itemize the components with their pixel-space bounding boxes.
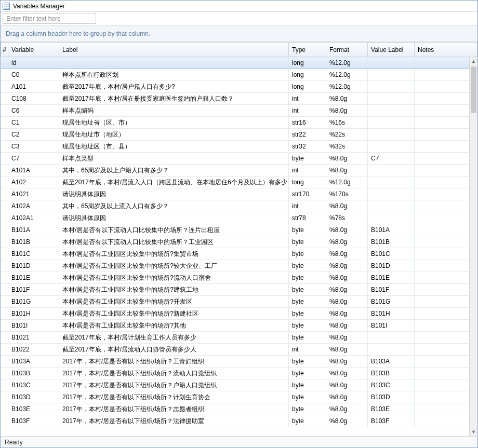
table-row[interactable]: C1现居住地址省（区、市）str16%16s xyxy=(1,117,477,129)
cell-variable[interactable]: B103C xyxy=(8,379,59,391)
cell-notes[interactable] xyxy=(415,248,477,260)
table-row[interactable]: B101I本村/居是否有工业园区比较集中的场所?其他byte%8.0gB101I xyxy=(1,320,477,332)
cell-format[interactable]: %8.0g xyxy=(326,272,368,284)
cell-notes[interactable] xyxy=(415,141,477,153)
cell-type[interactable]: int xyxy=(289,344,326,356)
cell-variable[interactable]: B101B xyxy=(8,236,59,248)
cell-variable[interactable]: A102A xyxy=(8,200,59,212)
table-row[interactable]: B101B本村/居是否有以下流动人口比较集中的场所？工业园区byte%8.0gB… xyxy=(1,236,477,248)
cell-notes[interactable] xyxy=(415,344,477,356)
cell-index[interactable] xyxy=(1,272,8,284)
cell-variable[interactable]: B101D xyxy=(8,260,59,272)
cell-variable[interactable]: C3 xyxy=(8,141,59,153)
cell-label[interactable]: 本村/居是否有工业园区比较集中的场所?集贸市场 xyxy=(59,248,289,260)
cell-variable[interactable]: B103E xyxy=(8,403,59,415)
table-row[interactable]: idlong%12.0g xyxy=(1,57,477,69)
cell-value-label[interactable]: B103A xyxy=(368,356,415,368)
cell-variable[interactable]: A102A1 xyxy=(8,212,59,224)
cell-format[interactable]: %170s xyxy=(326,188,368,200)
cell-variable[interactable]: A101 xyxy=(8,81,59,93)
cell-index[interactable] xyxy=(1,308,8,320)
cell-type[interactable]: int xyxy=(289,200,326,212)
cell-variable[interactable]: B103F xyxy=(8,415,59,427)
cell-variable[interactable]: A101A xyxy=(8,165,59,177)
col-header-type[interactable]: Type xyxy=(289,43,326,57)
cell-index[interactable] xyxy=(1,415,8,427)
cell-index[interactable] xyxy=(1,296,8,308)
cell-type[interactable]: byte xyxy=(289,272,326,284)
col-header-notes[interactable]: Notes xyxy=(415,43,477,57)
cell-value-label[interactable]: B103E xyxy=(368,403,415,415)
table-row[interactable]: B101H本村/居是否有工业园区比较集中的场所?新建社区byte%8.0gB10… xyxy=(1,308,477,320)
cell-label[interactable]: 样本点编码 xyxy=(59,105,289,117)
cell-label[interactable]: 现居住地址区（市、县） xyxy=(59,141,289,153)
cell-notes[interactable] xyxy=(415,308,477,320)
cell-format[interactable]: %8.0g xyxy=(326,403,368,415)
cell-label[interactable]: 2017年，本村/居是否有以下组织/场所？法律援助室 xyxy=(59,415,289,427)
cell-type[interactable]: byte xyxy=(289,296,326,308)
cell-type[interactable]: byte xyxy=(289,403,326,415)
cell-index[interactable] xyxy=(1,403,8,415)
cell-variable[interactable]: B103A xyxy=(8,356,59,368)
cell-notes[interactable] xyxy=(415,153,477,165)
cell-type[interactable]: byte xyxy=(289,415,326,427)
cell-index[interactable] xyxy=(1,105,8,117)
cell-index[interactable] xyxy=(1,129,8,141)
cell-index[interactable] xyxy=(1,248,8,260)
cell-variable[interactable]: C1 xyxy=(8,117,59,129)
cell-label[interactable] xyxy=(59,57,289,69)
cell-variable[interactable]: C108 xyxy=(8,93,59,105)
cell-value-label[interactable] xyxy=(368,105,415,117)
table-row[interactable]: A101A其中，65周岁及以上户籍人口有多少？int%8.0g xyxy=(1,165,477,177)
cell-notes[interactable] xyxy=(415,379,477,391)
cell-value-label[interactable]: C7 xyxy=(368,153,415,165)
cell-label[interactable]: 截至2017年底，本村/居户籍人口有多少? xyxy=(59,81,289,93)
cell-index[interactable] xyxy=(1,368,8,379)
cell-variable[interactable]: B1022 xyxy=(8,344,59,356)
cell-notes[interactable] xyxy=(415,260,477,272)
cell-type[interactable]: str78 xyxy=(289,212,326,224)
cell-type[interactable]: byte xyxy=(289,332,326,344)
table-row[interactable]: B103B2017年，本村/居是否有以下组织/场所？流动人口党组织byte%8.… xyxy=(1,368,477,379)
cell-format[interactable]: %8.0g xyxy=(326,93,368,105)
col-header-value-label[interactable]: Value Label xyxy=(368,43,415,57)
cell-label[interactable]: 本村/居是否有工业园区比较集中的场所?开发区 xyxy=(59,296,289,308)
cell-notes[interactable] xyxy=(415,165,477,177)
cell-format[interactable]: %8.0g xyxy=(326,356,368,368)
table-row[interactable]: A102A其中，65周岁及以上流入人口有多少？int%8.0g xyxy=(1,200,477,212)
cell-type[interactable]: str22 xyxy=(289,129,326,141)
cell-format[interactable]: %8.0g xyxy=(326,153,368,165)
cell-notes[interactable] xyxy=(415,332,477,344)
cell-variable[interactable]: B101C xyxy=(8,248,59,260)
cell-label[interactable]: 请说明具体原因 xyxy=(59,188,289,200)
cell-type[interactable]: byte xyxy=(289,284,326,296)
cell-index[interactable] xyxy=(1,165,8,177)
cell-variable[interactable]: B1021 xyxy=(8,332,59,344)
table-row[interactable]: B101G本村/居是否有工业园区比较集中的场所?开发区byte%8.0gB101… xyxy=(1,296,477,308)
cell-format[interactable]: %8.0g xyxy=(326,236,368,248)
table-row[interactable]: A1021请说明具体原因str170%170s xyxy=(1,188,477,200)
table-row[interactable]: C6样本点编码int%8.0g xyxy=(1,105,477,117)
cell-format[interactable]: %8.0g xyxy=(326,248,368,260)
cell-type[interactable]: long xyxy=(289,69,326,81)
cell-index[interactable] xyxy=(1,153,8,165)
table-row[interactable]: B103D2017年，本村/居是否有以下组织/场所？计划生育协会byte%8.0… xyxy=(1,391,477,403)
cell-format[interactable]: %8.0g xyxy=(326,165,368,177)
cell-format[interactable]: %8.0g xyxy=(326,260,368,272)
cell-label[interactable]: 2017年，本村/居是否有以下组织/场所？户籍人口党组织 xyxy=(59,379,289,391)
cell-index[interactable] xyxy=(1,236,8,248)
cell-notes[interactable] xyxy=(415,93,477,105)
scroll-thumb[interactable] xyxy=(471,66,476,113)
cell-type[interactable]: long xyxy=(289,177,326,188)
cell-format[interactable]: %8.0g xyxy=(326,284,368,296)
cell-label[interactable]: 2017年，本村/居是否有以下组织/场所？志愿者组织 xyxy=(59,403,289,415)
cell-type[interactable]: byte xyxy=(289,379,326,391)
cell-index[interactable] xyxy=(1,69,8,81)
cell-variable[interactable]: C0 xyxy=(8,69,59,81)
cell-format[interactable]: %8.0g xyxy=(326,368,368,379)
cell-format[interactable]: %8.0g xyxy=(326,344,368,356)
cell-value-label[interactable] xyxy=(368,188,415,200)
cell-index[interactable] xyxy=(1,320,8,332)
cell-index[interactable] xyxy=(1,284,8,296)
cell-format[interactable]: %12.0g xyxy=(326,81,368,93)
